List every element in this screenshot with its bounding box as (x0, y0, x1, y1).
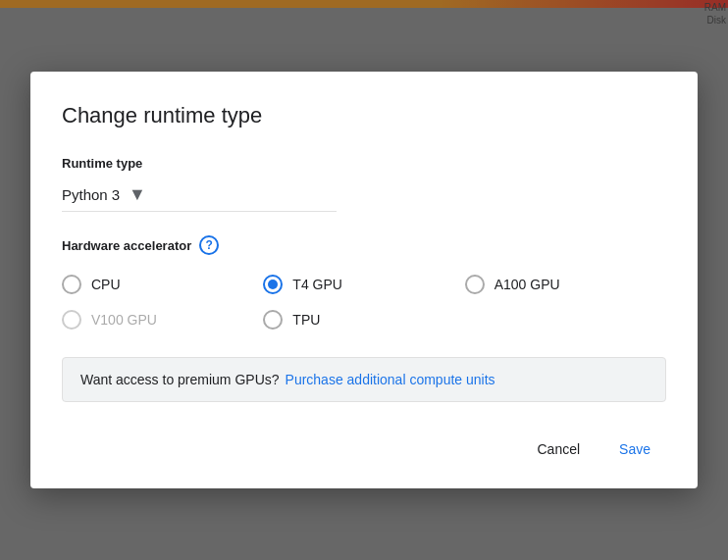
radio-label-a100gpu: A100 GPU (494, 277, 560, 292)
radio-circle-v100gpu (62, 310, 81, 330)
premium-gpu-info-box: Want access to premium GPUs? Purchase ad… (62, 357, 666, 402)
hardware-accelerator-label: Hardware accelerator (62, 238, 191, 253)
radio-label-v100gpu: V100 GPU (91, 312, 157, 328)
dialog-title: Change runtime type (62, 103, 666, 128)
radio-label-t4gpu: T4 GPU (292, 277, 342, 292)
hardware-label-row: Hardware accelerator ? (62, 235, 666, 255)
radio-label-tpu: TPU (292, 312, 320, 328)
hardware-options-grid: CPU T4 GPU A100 GPU V100 GPU TPU (62, 275, 666, 330)
radio-circle-cpu (62, 275, 81, 294)
runtime-dropdown-container: Python 3 Python 2 R ▼ (62, 182, 666, 207)
divider (62, 211, 337, 212)
radio-circle-t4gpu (263, 275, 283, 294)
radio-option-t4gpu[interactable]: T4 GPU (263, 275, 464, 294)
runtime-type-label: Runtime type (62, 156, 666, 171)
radio-label-cpu: CPU (91, 277, 121, 292)
change-runtime-dialog: Change runtime type Runtime type Python … (30, 72, 698, 488)
radio-option-a100gpu[interactable]: A100 GPU (465, 275, 666, 294)
dropdown-arrow-icon: ▼ (129, 184, 146, 205)
purchase-compute-link[interactable]: Purchase additional compute units (286, 372, 495, 387)
runtime-type-select[interactable]: Python 3 Python 2 R (62, 182, 121, 207)
save-button[interactable]: Save (603, 433, 666, 465)
dialog-actions: Cancel Save (62, 433, 666, 465)
radio-option-cpu[interactable]: CPU (62, 275, 263, 294)
radio-circle-a100gpu (465, 275, 485, 294)
radio-circle-tpu (263, 310, 283, 330)
cancel-button[interactable]: Cancel (521, 433, 596, 465)
radio-option-v100gpu: V100 GPU (62, 310, 263, 330)
radio-option-tpu[interactable]: TPU (263, 310, 464, 330)
modal-overlay: Change runtime type Runtime type Python … (0, 0, 728, 560)
help-icon[interactable]: ? (199, 235, 219, 255)
info-box-text: Want access to premium GPUs? (80, 372, 280, 387)
